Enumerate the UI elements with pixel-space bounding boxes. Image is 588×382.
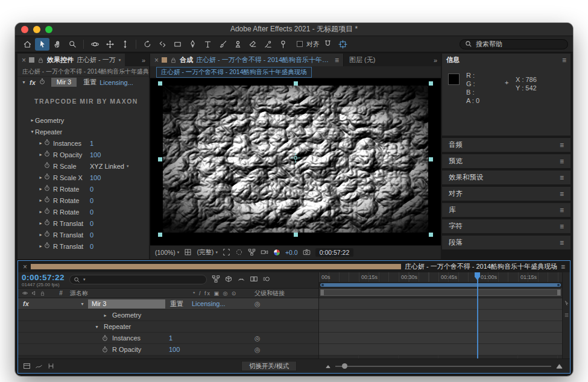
help-search-field[interactable]: 搜索帮助 <box>460 39 568 49</box>
brush-tool-icon[interactable] <box>215 38 230 51</box>
twirl-down-icon[interactable]: ▾ <box>94 321 100 333</box>
lock-icon[interactable] <box>37 57 44 64</box>
slider-icon[interactable] <box>564 312 569 318</box>
licensing-link[interactable]: Licensing... <box>100 79 133 86</box>
property-value[interactable]: 100 <box>90 174 101 181</box>
zoom-window-button[interactable] <box>45 26 52 33</box>
twirl-right-icon[interactable]: ▸ <box>38 186 43 192</box>
navigator-bar[interactable] <box>320 283 561 287</box>
panel-menu-icon[interactable]: ≡ <box>560 222 564 231</box>
home-icon[interactable] <box>20 38 34 51</box>
cursor-icon[interactable] <box>564 300 569 306</box>
rotation-tool-icon[interactable] <box>140 38 154 51</box>
twirl-right-icon[interactable]: ▸ <box>38 152 43 157</box>
tab-info[interactable]: 信息 ≡ <box>442 54 571 66</box>
property-dropdown[interactable]: XYZ Linked▾ <box>90 163 128 170</box>
channels-icon[interactable] <box>273 249 280 256</box>
twirl-down-icon[interactable]: ▾ <box>30 129 35 134</box>
pan-camera-tool-icon[interactable] <box>103 38 117 51</box>
parent-link-column-header[interactable]: 父级和链接 <box>254 289 318 298</box>
exposure-value[interactable]: +0.0 <box>285 249 298 256</box>
property-value[interactable]: 0 <box>90 186 93 193</box>
orbit-camera-tool-icon[interactable] <box>87 38 102 51</box>
panel-menu-icon[interactable]: ≡ <box>560 206 564 214</box>
magnification-dropdown[interactable]: (100%)▾ <box>155 249 179 256</box>
twirl-right-icon[interactable]: ▸ <box>38 175 43 180</box>
panel-menu-icon[interactable]: ≡ <box>560 190 564 198</box>
pan-behind-tool-icon[interactable] <box>155 38 169 51</box>
time-ruler[interactable]: 00s 00:15s 00:30s 00:45s 01:00s 01:15s <box>319 272 562 283</box>
stopwatch-icon[interactable] <box>43 207 51 216</box>
current-timecode[interactable]: 0:00:57:22 <box>22 274 65 282</box>
align-toggle[interactable]: 对齐 <box>297 40 320 49</box>
selection-handle[interactable] <box>429 81 433 86</box>
motion-blur-icon[interactable] <box>262 275 271 286</box>
layer-lane[interactable] <box>319 298 562 310</box>
panel-menu-icon[interactable]: ≡ <box>560 157 564 166</box>
audio-icon[interactable] <box>31 290 37 296</box>
layer-lane[interactable] <box>319 344 562 355</box>
layer-lane[interactable] <box>319 321 562 333</box>
selection-handle[interactable] <box>294 233 298 237</box>
twirl-right-icon[interactable]: ▸ <box>38 243 43 249</box>
draft-3d-icon[interactable] <box>224 275 233 286</box>
timeline-row-property[interactable]: R Opacity 100 ◎ <box>18 344 318 355</box>
layer-lane[interactable] <box>319 333 562 344</box>
flowchart-icon[interactable] <box>248 248 256 257</box>
snap-target-icon[interactable] <box>335 38 350 51</box>
stopwatch-icon[interactable] <box>43 184 51 193</box>
property-value[interactable]: 0 <box>90 243 93 250</box>
breadcrumb[interactable]: 庄心妍 - 一万个舍不得 - 2014酷狗音乐十年盛典现场 <box>156 67 312 78</box>
timeline-lanes[interactable] <box>319 298 562 359</box>
timeline-zoom-slider[interactable] <box>318 363 570 369</box>
snapshot-camera-icon[interactable] <box>303 248 311 257</box>
timeline-search-field[interactable]: ▾ <box>69 275 207 284</box>
effect-name[interactable]: Mir 3 <box>51 78 77 87</box>
composition-mini-flowchart-icon[interactable] <box>212 275 220 286</box>
reset-link[interactable]: 重置 <box>83 78 96 87</box>
property-row[interactable]: ▸R Translat0 <box>17 240 149 252</box>
close-tab-icon[interactable]: × <box>23 263 27 271</box>
lock-icon[interactable] <box>170 57 177 64</box>
panel-preview[interactable]: 预览≡ <box>442 154 571 168</box>
lock-icon[interactable] <box>40 290 45 296</box>
property-row[interactable]: ▸R Rotate0 <box>17 206 149 218</box>
stopwatch-icon[interactable] <box>43 196 51 205</box>
panel-menu-icon[interactable]: ≡ <box>561 263 565 271</box>
tab-effect-controls[interactable]: × 效果控件 庄心妍 - 一万 ▾ <box>17 54 125 66</box>
snap-guides-icon[interactable] <box>320 38 335 51</box>
panel-menu-icon[interactable]: ≡ <box>560 174 564 182</box>
panel-menu-icon[interactable]: ≡ <box>335 56 339 64</box>
timeline-row-property[interactable]: Instances 1 ◎ <box>18 333 318 344</box>
panel-libraries[interactable]: 库≡ <box>442 203 571 217</box>
property-value[interactable]: 100 <box>90 151 101 158</box>
expand-layers-icon[interactable] <box>23 362 31 370</box>
timeline-graph-icon[interactable] <box>35 362 43 370</box>
property-value[interactable]: 0 <box>90 220 93 227</box>
pickwhip-icon[interactable]: ◎ <box>254 333 261 344</box>
panel-character[interactable]: 字符≡ <box>442 219 571 233</box>
property-row[interactable]: ▸R Opacity100 <box>17 149 149 160</box>
stopwatch-icon[interactable] <box>43 219 51 228</box>
property-group-row[interactable]: ▾Repeater <box>17 126 149 137</box>
fx-badge-icon[interactable]: fx <box>30 79 36 86</box>
roto-brush-tool-icon[interactable] <box>261 38 275 51</box>
frame-blending-icon[interactable] <box>250 275 258 286</box>
property-row[interactable]: R ScaleXYZ Linked▾ <box>17 160 149 172</box>
effect-header-row[interactable]: ▾ fx Mir 3 重置 Licensing... <box>17 77 149 88</box>
property-value[interactable]: 0 <box>90 231 93 239</box>
stopwatch-icon[interactable] <box>43 139 51 148</box>
timeline-row-group[interactable]: ▸ Geometry <box>18 310 318 321</box>
title-bar[interactable]: Adobe After Effects 2021 - 无标题项目 * <box>15 23 573 36</box>
selection-tool-icon[interactable] <box>35 38 49 51</box>
panel-paragraph[interactable]: 段落≡ <box>442 236 571 249</box>
property-row[interactable]: ▸R Translat0 <box>17 218 149 229</box>
pickwhip-icon[interactable]: ◎ <box>254 344 261 355</box>
close-window-button[interactable] <box>21 26 28 33</box>
panel-menu-icon[interactable]: ≡ <box>560 239 564 247</box>
panel-audio[interactable]: 音频≡ <box>442 138 571 152</box>
property-row[interactable]: ▸R Rotate0 <box>17 195 149 206</box>
camera-wireframe-icon[interactable] <box>261 248 268 257</box>
layer-bounds[interactable] <box>160 83 431 235</box>
property-row[interactable]: ▸R Translat0 <box>17 229 149 240</box>
